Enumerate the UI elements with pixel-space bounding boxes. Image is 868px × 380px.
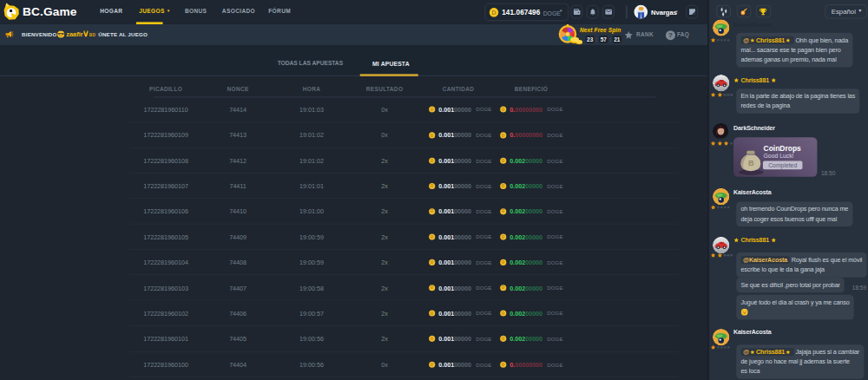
svg-text:B: B [741,10,744,15]
svg-text:B: B [748,159,754,167]
